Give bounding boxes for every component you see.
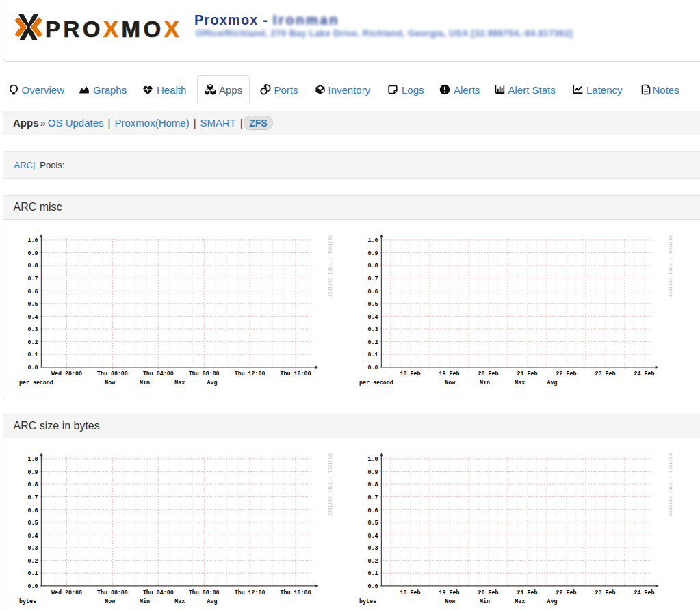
svg-text:Min: Min xyxy=(480,380,490,386)
svg-text:Avg: Avg xyxy=(207,598,218,605)
svg-text:0.8: 0.8 xyxy=(28,263,38,269)
svg-text:20 Feb: 20 Feb xyxy=(478,371,498,377)
svg-text:0.4: 0.4 xyxy=(367,314,378,320)
svg-text:Min: Min xyxy=(140,598,150,605)
svg-text:Now: Now xyxy=(105,598,115,605)
svg-text:0.6: 0.6 xyxy=(28,289,38,295)
svg-text:RRDTOOL / TOBI OETIKER: RRDTOOL / TOBI OETIKER xyxy=(666,453,672,517)
svg-text:0.2: 0.2 xyxy=(367,558,378,564)
svg-text:Thu 16:00: Thu 16:00 xyxy=(281,589,311,596)
svg-text:22 Feb: 22 Feb xyxy=(556,589,576,596)
svg-text:0.4: 0.4 xyxy=(367,533,378,539)
svg-text:0.9: 0.9 xyxy=(367,250,378,256)
svg-text:19 Feb: 19 Feb xyxy=(439,589,459,596)
svg-text:0.8: 0.8 xyxy=(28,481,38,488)
svg-text:23 Feb: 23 Feb xyxy=(595,589,615,596)
svg-text:Avg: Avg xyxy=(547,598,557,605)
svg-text:RRDTOOL / TOBI OETIKER: RRDTOOL / TOBI OETIKER xyxy=(666,235,672,298)
svg-text:1.0: 1.0 xyxy=(367,456,378,462)
svg-text:18 Feb: 18 Feb xyxy=(400,589,420,596)
svg-text:Min: Min xyxy=(140,380,150,386)
svg-text:Max: Max xyxy=(515,380,525,386)
svg-text:0.2: 0.2 xyxy=(28,558,38,564)
svg-text:Max: Max xyxy=(174,598,185,605)
svg-text:0.3: 0.3 xyxy=(28,545,38,551)
svg-text:0.4: 0.4 xyxy=(28,533,38,539)
svg-text:23 Feb: 23 Feb xyxy=(595,371,615,377)
svg-text:0.1: 0.1 xyxy=(28,352,38,358)
svg-text:20 Feb: 20 Feb xyxy=(478,589,498,596)
svg-text:1.0: 1.0 xyxy=(28,456,38,462)
svg-text:1.0: 1.0 xyxy=(367,237,378,243)
svg-text:1.0: 1.0 xyxy=(28,237,38,243)
svg-text:Thu 00:00: Thu 00:00 xyxy=(97,371,128,377)
svg-text:0.0: 0.0 xyxy=(28,583,38,589)
svg-text:Thu 08:00: Thu 08:00 xyxy=(189,371,220,377)
svg-text:Max: Max xyxy=(515,598,525,605)
svg-text:Thu 12:00: Thu 12:00 xyxy=(235,589,265,596)
svg-text:RRDTOOL / TOBI OETIKER: RRDTOOL / TOBI OETIKER xyxy=(327,453,333,517)
svg-text:0.6: 0.6 xyxy=(28,507,38,514)
svg-text:bytes: bytes xyxy=(19,598,36,605)
svg-text:bytes: bytes xyxy=(359,598,376,605)
svg-text:0.0: 0.0 xyxy=(367,364,378,371)
svg-text:0.3: 0.3 xyxy=(367,326,378,332)
svg-text:0.7: 0.7 xyxy=(28,276,38,282)
svg-text:24 Feb: 24 Feb xyxy=(634,371,654,377)
svg-text:Thu 12:00: Thu 12:00 xyxy=(235,371,265,377)
svg-text:Wed 20:00: Wed 20:00 xyxy=(51,371,82,377)
svg-text:0.5: 0.5 xyxy=(367,301,378,307)
svg-text:Wed 20:00: Wed 20:00 xyxy=(51,589,82,596)
svg-text:0.7: 0.7 xyxy=(367,494,378,501)
svg-text:18 Feb: 18 Feb xyxy=(400,371,420,377)
svg-text:Thu 04:00: Thu 04:00 xyxy=(143,589,174,596)
svg-text:0.5: 0.5 xyxy=(367,520,378,526)
svg-text:Now: Now xyxy=(105,380,115,386)
svg-text:0.0: 0.0 xyxy=(367,583,378,589)
svg-text:0.6: 0.6 xyxy=(367,507,378,514)
svg-text:0.1: 0.1 xyxy=(367,570,378,576)
svg-text:0.6: 0.6 xyxy=(367,289,378,295)
svg-text:Min: Min xyxy=(480,598,490,605)
svg-text:24 Feb: 24 Feb xyxy=(634,589,654,596)
svg-text:Thu 04:00: Thu 04:00 xyxy=(143,371,174,377)
svg-text:0.8: 0.8 xyxy=(367,481,378,488)
svg-text:Now: Now xyxy=(445,380,455,386)
svg-text:0.1: 0.1 xyxy=(28,570,38,576)
svg-text:0.2: 0.2 xyxy=(28,339,38,345)
svg-text:Now: Now xyxy=(445,598,455,605)
svg-text:21 Feb: 21 Feb xyxy=(517,589,537,596)
svg-text:per second: per second xyxy=(19,380,53,386)
svg-text:Thu 00:00: Thu 00:00 xyxy=(97,589,128,596)
svg-text:0.5: 0.5 xyxy=(28,520,38,526)
svg-text:0.7: 0.7 xyxy=(28,494,38,501)
svg-text:0.5: 0.5 xyxy=(28,301,38,307)
svg-text:per second: per second xyxy=(359,380,393,386)
svg-text:0.8: 0.8 xyxy=(367,263,378,269)
svg-text:22 Feb: 22 Feb xyxy=(556,371,576,377)
svg-text:RRDTOOL / TOBI OETIKER: RRDTOOL / TOBI OETIKER xyxy=(327,235,333,298)
svg-text:Max: Max xyxy=(174,380,185,386)
svg-text:0.2: 0.2 xyxy=(367,339,378,345)
svg-text:0.4: 0.4 xyxy=(28,314,38,320)
svg-text:19 Feb: 19 Feb xyxy=(439,371,459,377)
svg-text:0.1: 0.1 xyxy=(367,352,378,358)
svg-text:0.9: 0.9 xyxy=(28,469,38,475)
svg-text:0.9: 0.9 xyxy=(367,469,378,475)
svg-text:Thu 08:00: Thu 08:00 xyxy=(189,589,220,596)
svg-text:Avg: Avg xyxy=(547,380,557,386)
svg-text:0.3: 0.3 xyxy=(367,545,378,551)
svg-text:0.9: 0.9 xyxy=(28,250,38,256)
svg-text:Avg: Avg xyxy=(207,380,218,386)
svg-text:0.7: 0.7 xyxy=(367,276,378,282)
svg-text:21 Feb: 21 Feb xyxy=(517,371,537,377)
svg-text:0.0: 0.0 xyxy=(28,364,38,371)
svg-text:Thu 16:00: Thu 16:00 xyxy=(281,371,311,377)
svg-text:0.3: 0.3 xyxy=(28,326,38,332)
